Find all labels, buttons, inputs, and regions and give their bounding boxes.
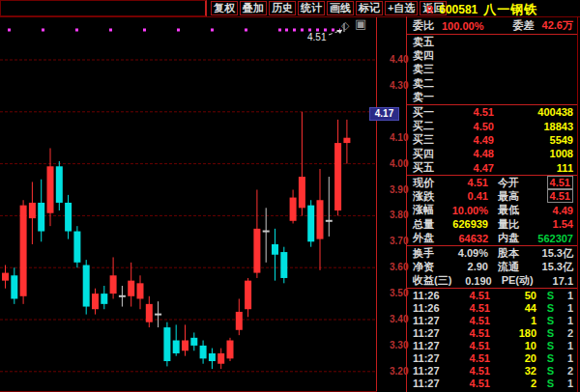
buy-level-row[interactable]: 买五4.47111 — [407, 161, 577, 175]
quote-panel: 委比 100.00% 委差 42.6万 卖五卖四卖三卖二卖一 买一4.51400… — [407, 17, 577, 392]
fin-row-value: 0.190 — [451, 275, 491, 287]
fin-row-value-2: 15.3亿 — [519, 260, 573, 274]
info-row-label-2: 内盘 — [498, 231, 519, 245]
tick-volume: 10 — [490, 340, 536, 351]
fin-row: 净资2.90流通15.3亿 — [407, 260, 577, 273]
kline-chart[interactable]: 4.51 ◇ ▣ — [0, 17, 377, 392]
fin-row-label-2: PE(动) — [502, 273, 534, 288]
buy-level-row-label: 买二 — [413, 119, 440, 133]
weicha-label: 委差 — [513, 18, 535, 33]
buy-level-row-price: 4.50 — [440, 121, 494, 132]
sell-level-row-label: 卖五 — [413, 35, 440, 49]
info-row-value: 64632 — [434, 233, 488, 244]
toolbar-button[interactable]: 画线 — [327, 1, 354, 15]
toolbar-button[interactable]: 复权 — [211, 1, 238, 15]
info-row-value-2: 4.51 — [519, 190, 573, 202]
buy-level-row-volume: 1008 — [494, 148, 573, 159]
tick-count: 1 — [554, 340, 573, 351]
info-row-label-2: 量比 — [498, 217, 519, 232]
sell-level-row-label: 卖四 — [413, 48, 440, 63]
sell-level-row[interactable]: 卖五 — [407, 35, 577, 48]
tick-time: 11:27 — [413, 352, 448, 364]
buy-levels: 买一4.51400438买二4.5018843买三4.495549买四4.481… — [407, 105, 577, 175]
tick-time: 11:27 — [413, 365, 448, 377]
top-toolbar: 复权叠加历史统计画线标记+自选返回 R 600581 八一钢铁 — [0, 0, 580, 17]
fin-row: 换手4.09%股本15.3亿 — [407, 246, 577, 260]
info-row-label-2: 最低 — [498, 203, 519, 217]
buy-level-row-volume: 400438 — [494, 106, 573, 118]
right-border — [577, 16, 578, 392]
info-row: 总量626939量比1.54 — [407, 217, 577, 231]
info-row: 涨幅10.00%最低4.49 — [407, 204, 577, 217]
tick-volume: 180 — [490, 327, 536, 339]
toolbar-button[interactable]: 标记 — [356, 1, 383, 15]
fin-row: 收益(三)0.190PE(动)17.1 — [407, 274, 577, 288]
buy-level-row-volume: 18843 — [494, 121, 573, 132]
buy-level-row[interactable]: 买二4.5018843 — [407, 119, 577, 132]
sell-level-row[interactable]: 卖四 — [407, 48, 577, 62]
tick-volume: 44 — [490, 302, 536, 314]
buy-level-row-volume: 5549 — [494, 134, 573, 146]
tick-row: 11:274.511S1 — [407, 314, 577, 326]
tick-price: 4.51 — [448, 290, 490, 301]
tick-side: S — [536, 352, 554, 364]
tick-time: 11:27 — [413, 378, 448, 389]
fin-row-value: 2.90 — [434, 261, 488, 272]
tick-volume: 50 — [490, 290, 536, 301]
buy-level-row-label: 买四 — [413, 147, 440, 161]
tick-row: 11:274.512S1 — [407, 377, 577, 389]
buy-level-row-price: 4.49 — [440, 134, 494, 146]
info-row-label: 外盘 — [413, 231, 434, 245]
buy-level-row[interactable]: 买三4.495549 — [407, 133, 577, 147]
sell-level-row[interactable]: 卖一 — [407, 91, 577, 104]
tick-row: 11:274.5120S1 — [407, 351, 577, 364]
info-row-value: 4.51 — [434, 177, 488, 188]
toolbar-empty-box — [0, 0, 207, 16]
tick-price: 4.51 — [448, 378, 490, 389]
toolbar-button[interactable]: 叠加 — [240, 1, 267, 15]
toolbar-button[interactable]: 历史 — [269, 1, 296, 15]
info-row-value-2: 562307 — [519, 233, 573, 244]
buy-level-row-volume: 111 — [494, 162, 573, 174]
info-row-label: 涨跌 — [413, 189, 434, 204]
tick-row: 11:274.5132S2 — [407, 364, 577, 377]
tick-price: 4.51 — [448, 365, 490, 377]
tick-count: 2 — [554, 327, 573, 339]
info-row-value-2-boxed: 4.51 — [547, 176, 573, 189]
info-row-value-2-boxed: 4.51 — [547, 189, 573, 203]
sell-level-row-label: 卖二 — [413, 76, 440, 91]
info-row-value-2: 1.54 — [519, 218, 573, 230]
sell-level-row[interactable]: 卖二 — [407, 76, 577, 90]
toolbar-button[interactable]: +自选 — [385, 1, 418, 15]
tick-side: S — [536, 302, 554, 314]
layout-panel-icon[interactable]: ▣ — [355, 18, 366, 30]
buy-level-row[interactable]: 买一4.51400438 — [407, 105, 577, 119]
tick-count: 1 — [554, 290, 573, 301]
diamond-marker-icon[interactable]: ◇ — [341, 19, 349, 31]
fundamental-info: 换手4.09%股本15.3亿净资2.90流通15.3亿收益(三)0.190PE(… — [407, 246, 577, 288]
toolbar: 复权叠加历史统计画线标记+自选返回 — [211, 1, 447, 15]
toolbar-button[interactable]: 统计 — [298, 1, 325, 15]
weibi-row: 委比 100.00% 委差 42.6万 — [407, 17, 577, 34]
info-row-value-2: 4.49 — [519, 205, 573, 216]
tick-volume: 32 — [490, 365, 536, 377]
tick-volume: 2 — [490, 378, 536, 389]
tick-row: 11:274.51180S2 — [407, 326, 577, 339]
info-row: 外盘64632内盘562307 — [407, 231, 577, 244]
fin-row-value: 4.09% — [434, 247, 488, 259]
sell-level-row-label: 卖一 — [413, 90, 440, 104]
tick-price: 4.51 — [448, 327, 490, 339]
tick-list[interactable]: 11:264.5150S111:264.5144S111:274.511S111… — [407, 289, 577, 389]
fin-row-value-2: 15.3亿 — [519, 246, 573, 261]
info-row-value: 626939 — [434, 218, 488, 230]
r-badge: R — [426, 5, 433, 15]
sell-level-row[interactable]: 卖三 — [407, 63, 577, 76]
tick-time: 11:26 — [413, 290, 448, 301]
buy-level-row-price: 4.47 — [440, 162, 494, 174]
info-row-label: 涨幅 — [413, 203, 434, 217]
tick-side: S — [536, 365, 554, 377]
tick-price: 4.51 — [448, 302, 490, 314]
buy-level-row[interactable]: 买四4.481008 — [407, 147, 577, 160]
tick-side: S — [536, 327, 554, 339]
fin-row-label-2: 股本 — [498, 246, 519, 261]
